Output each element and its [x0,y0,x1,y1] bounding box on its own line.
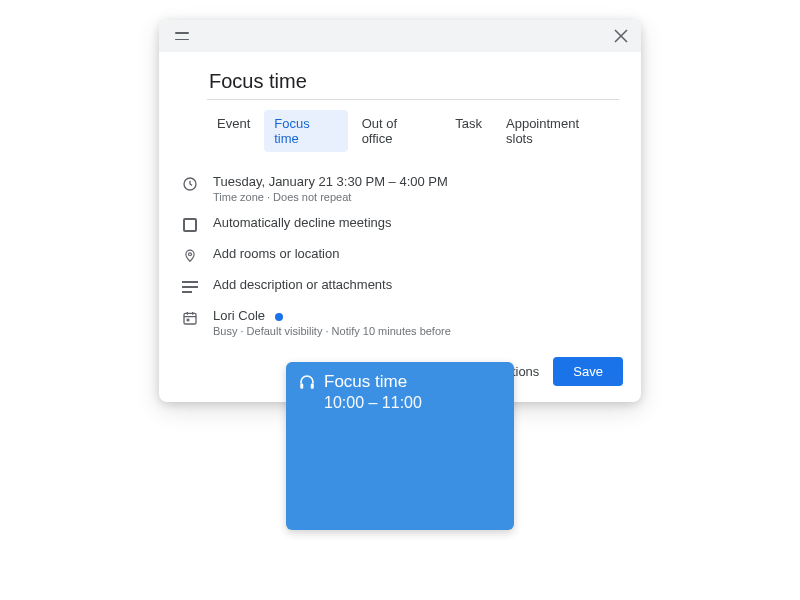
tab-appointment-slots[interactable]: Appointment slots [496,110,619,152]
title-input[interactable]: Focus time [207,66,619,100]
decline-meetings-row[interactable]: Automatically decline meetings [181,209,619,240]
event-create-dialog: Focus time Event Focus time Out of offic… [159,20,641,402]
description-icon [181,278,199,296]
svg-rect-12 [300,384,303,389]
close-button[interactable] [611,26,631,46]
owner-color-dot [275,313,283,321]
location-row[interactable]: Add rooms or location [181,240,619,271]
close-icon [614,29,628,43]
time-primary: Tuesday, January 21 3:30 PM – 4:00 PM [213,174,448,189]
event-block-title: Focus time [324,372,407,392]
time-row[interactable]: Tuesday, January 21 3:30 PM – 4:00 PM Ti… [181,168,619,209]
dialog-body: Focus time Event Focus time Out of offic… [159,52,641,343]
svg-point-3 [189,253,192,256]
owner-secondary: Busy · Default visibility · Notify 10 mi… [213,325,451,337]
location-icon [181,247,199,265]
event-type-tabs: Event Focus time Out of office Task Appo… [207,110,619,152]
event-block-time: 10:00 – 11:00 [324,394,502,412]
time-secondary: Time zone · Does not repeat [213,191,448,203]
calendar-event-block[interactable]: Focus time 10:00 – 11:00 [286,362,514,530]
calendar-icon [181,309,199,327]
svg-rect-13 [311,384,314,389]
tab-out-of-office[interactable]: Out of office [352,110,442,152]
clock-icon [181,175,199,193]
headphones-icon [298,373,316,391]
checkbox-icon[interactable] [181,216,199,234]
tab-event[interactable]: Event [207,110,260,152]
dialog-header [159,20,641,52]
owner-name: Lori Cole [213,308,265,323]
decline-label: Automatically decline meetings [213,215,391,230]
tab-task[interactable]: Task [445,110,492,152]
save-button[interactable]: Save [553,357,623,386]
svg-rect-11 [187,319,190,322]
description-row[interactable]: Add description or attachments [181,271,619,302]
location-label: Add rooms or location [213,246,339,261]
description-label: Add description or attachments [213,277,392,292]
tab-focus-time[interactable]: Focus time [264,110,347,152]
drag-handle-icon[interactable] [175,32,189,40]
svg-rect-7 [184,313,196,324]
owner-row[interactable]: Lori Cole Busy · Default visibility · No… [181,302,619,343]
